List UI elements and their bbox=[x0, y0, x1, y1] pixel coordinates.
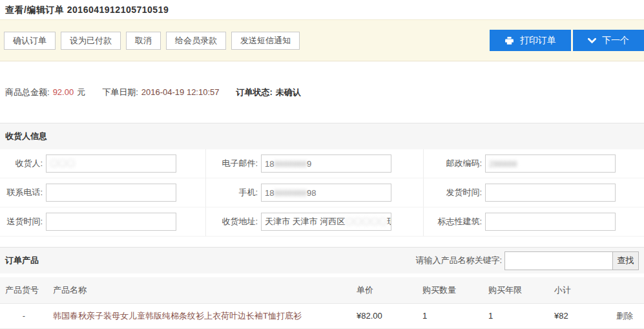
set-paid-button[interactable]: 设为已付款 bbox=[61, 32, 121, 50]
product-search-button[interactable]: 查找 bbox=[613, 251, 639, 270]
toolbar-left-buttons: 确认订单 设为已付款 取消 给会员录款 发送短信通知 bbox=[4, 32, 300, 50]
mobile-visible-prefix: 18 bbox=[265, 188, 274, 198]
col-header-qty: 购买数量 bbox=[417, 284, 483, 296]
table-row: - 韩国春秋亲子装母女儿童韩版纯棉条纹衫上衣荷叶边长袖T恤打底衫 ¥82.00 … bbox=[0, 304, 644, 328]
product-subtotal: ¥82 bbox=[549, 311, 607, 321]
ship-time-cell: 发货时间: bbox=[423, 178, 644, 207]
email-visible-suffix: 9 bbox=[307, 159, 311, 169]
redacted-text: 〇〇〇〇〇 bbox=[345, 216, 387, 228]
mobile-label: 手机: bbox=[211, 187, 258, 198]
order-summary: 商品总金额: 92.00 元 下单日期: 2016-04-19 12:10:57… bbox=[0, 61, 644, 123]
consignee-name-input[interactable]: 〇〇〇 bbox=[46, 154, 176, 173]
page-title: 查看/编辑订单 2016041912105710519 bbox=[5, 5, 639, 16]
send-sms-button[interactable]: 发送短信通知 bbox=[231, 32, 300, 50]
chevron-down-icon bbox=[588, 37, 596, 44]
order-edit-page: 查看/编辑订单 2016041912105710519 确认订单 设为已付款 取… bbox=[0, 0, 644, 329]
mobile-cell: 手机: 18888888898 bbox=[205, 178, 423, 207]
next-order-button[interactable]: 下一个 bbox=[573, 30, 644, 51]
order-date-value: 2016-04-19 12:10:57 bbox=[141, 87, 220, 97]
delivery-time-label: 送货时间: bbox=[5, 216, 43, 228]
address-visible-prefix: 天津市 天津市 河西区 bbox=[265, 216, 345, 228]
delete-product-link[interactable]: 删除 bbox=[607, 310, 644, 322]
print-order-button[interactable]: 打印订单 bbox=[490, 30, 571, 51]
mobile-visible-suffix: 98 bbox=[307, 188, 316, 198]
order-status: 订单状态: 未确认 bbox=[236, 87, 301, 98]
email-label: 电子邮件: bbox=[211, 158, 258, 169]
address-cell: 收货地址: 天津市 天津市 河西区〇〇〇〇〇现 bbox=[205, 207, 423, 237]
consignee-name-label: 收货人: bbox=[5, 158, 43, 169]
ship-time-label: 发货时间: bbox=[429, 187, 482, 198]
consignee-section-title: 收货人信息 bbox=[5, 131, 47, 142]
product-qty: 1 bbox=[417, 311, 483, 321]
products-section-header: 订单产品 请输入产品名称关键字: 查找 bbox=[0, 247, 644, 273]
landmark-input[interactable] bbox=[485, 213, 616, 231]
record-payment-button[interactable]: 给会员录款 bbox=[166, 32, 226, 50]
zip-cell: 邮政编码: 288888 bbox=[423, 149, 644, 178]
email-input[interactable]: 1888888889 bbox=[261, 154, 391, 173]
order-total-value: 92.00 bbox=[53, 87, 74, 97]
redacted-text: 8888888 bbox=[274, 188, 307, 198]
delivery-time-cell: 送货时间: bbox=[0, 207, 205, 237]
consignee-form: 收货人: 〇〇〇 电子邮件: 1888888889 邮政编码: 288888 联… bbox=[0, 149, 644, 237]
consignee-name-cell: 收货人: 〇〇〇 bbox=[0, 149, 205, 178]
order-date: 下单日期: 2016-04-19 12:10:57 bbox=[102, 87, 219, 98]
zip-label: 邮政编码: bbox=[429, 158, 482, 169]
redacted-text: 〇〇〇 bbox=[50, 158, 75, 169]
landmark-cell: 标志性建筑: bbox=[423, 207, 644, 237]
print-order-label: 打印订单 bbox=[520, 35, 556, 47]
email-cell: 电子邮件: 1888888889 bbox=[205, 149, 423, 178]
next-order-label: 下一个 bbox=[602, 35, 629, 47]
phone-cell: 联系电话: bbox=[0, 178, 205, 207]
col-header-price: 单价 bbox=[351, 284, 417, 296]
zip-input[interactable]: 288888 bbox=[485, 154, 616, 173]
delivery-time-input[interactable] bbox=[46, 213, 176, 231]
landmark-label: 标志性建筑: bbox=[429, 216, 482, 228]
products-table-header: 产品货号 产品名称 单价 购买数量 购买年限 小计 bbox=[0, 277, 644, 304]
title-bar: 查看/编辑订单 2016041912105710519 bbox=[0, 0, 644, 19]
product-search-input[interactable] bbox=[504, 251, 613, 270]
email-visible-prefix: 18 bbox=[265, 159, 274, 169]
order-total-label: 商品总金额: bbox=[5, 87, 50, 98]
address-input[interactable]: 天津市 天津市 河西区〇〇〇〇〇现 bbox=[261, 213, 391, 231]
address-label: 收货地址: bbox=[211, 216, 258, 228]
consignee-section-header: 收货人信息 bbox=[0, 123, 644, 149]
col-header-subtotal: 小计 bbox=[549, 284, 607, 296]
phone-label: 联系电话: bbox=[5, 187, 43, 198]
order-total-unit: 元 bbox=[77, 87, 85, 98]
col-header-name: 产品名称 bbox=[48, 284, 351, 296]
cancel-button[interactable]: 取消 bbox=[126, 32, 161, 50]
product-search: 请输入产品名称关键字: 查找 bbox=[415, 251, 639, 270]
col-header-sku: 产品货号 bbox=[0, 284, 48, 296]
toolbar-right-buttons: 打印订单 下一个 bbox=[490, 30, 644, 51]
product-search-label: 请输入产品名称关键字: bbox=[415, 255, 502, 266]
toolbar: 确认订单 设为已付款 取消 给会员录款 发送短信通知 打印订单 下一个 bbox=[0, 19, 644, 61]
printer-icon bbox=[504, 36, 514, 45]
redacted-text: 2 bbox=[489, 159, 493, 169]
product-price: ¥82.00 bbox=[351, 311, 417, 321]
phone-input[interactable] bbox=[46, 184, 176, 202]
products-section-title: 订单产品 bbox=[5, 255, 39, 266]
order-date-label: 下单日期: bbox=[102, 87, 138, 98]
order-status-label: 订单状态: bbox=[236, 87, 273, 98]
redacted-text: 8888888 bbox=[274, 159, 307, 169]
address-visible-suffix: 现 bbox=[387, 216, 391, 228]
confirm-order-button[interactable]: 确认订单 bbox=[4, 32, 56, 50]
product-sku: - bbox=[0, 311, 48, 321]
order-status-value: 未确认 bbox=[276, 87, 301, 98]
product-name-link[interactable]: 韩国春秋亲子装母女儿童韩版纯棉条纹衫上衣荷叶边长袖T恤打底衫 bbox=[48, 310, 351, 322]
order-total: 商品总金额: 92.00 元 bbox=[5, 87, 85, 98]
col-header-years: 购买年限 bbox=[483, 284, 549, 296]
product-years: 1 bbox=[483, 311, 549, 321]
ship-time-input[interactable] bbox=[485, 184, 616, 202]
mobile-input[interactable]: 18888888898 bbox=[261, 184, 391, 202]
redacted-text: 88888 bbox=[493, 159, 517, 169]
